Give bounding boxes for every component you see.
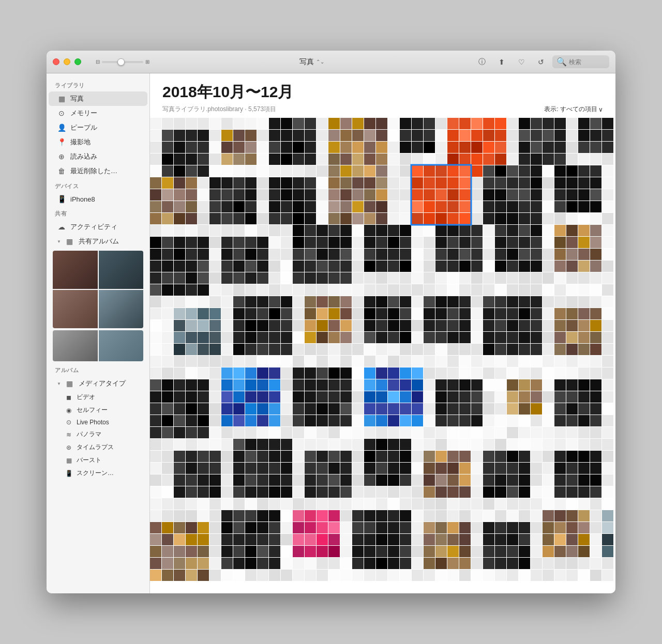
sidebar-item-activity[interactable]: ☁ アクティビティ: [49, 220, 147, 234]
photo-mosaic-grid[interactable]: [150, 118, 615, 583]
video-icon: ◼: [64, 394, 73, 401]
view-filter-label: 表示: すべての項目: [544, 105, 597, 114]
sidebar-item-recently-deleted-label: 最近削除した…: [70, 166, 117, 176]
memories-icon: ⊙: [57, 109, 66, 117]
shared-albums-icon: ▦: [65, 237, 74, 246]
sidebar-item-imports-label: 読み込み: [70, 152, 97, 161]
titlebar-center: 写真 ⌃⌄: [154, 57, 470, 67]
shared-thumb-3: [53, 290, 98, 328]
photos-icon: ▦: [57, 95, 66, 103]
sidebar-item-people[interactable]: 👤 ピープル: [49, 120, 147, 135]
sidebar-item-imports[interactable]: ⊕ 読み込み: [49, 149, 147, 164]
title-dropdown[interactable]: 写真 ⌃⌄: [299, 57, 324, 67]
info-button[interactable]: ⓘ: [474, 55, 490, 69]
albums-section-header: アルバム: [47, 362, 149, 376]
search-input[interactable]: [569, 58, 605, 66]
app-window: ⊟ ⊞ 写真 ⌃⌄ ⓘ ⬆ ♡ ↺ 🔍 ライブラリ: [47, 51, 615, 593]
sidebar-item-photos[interactable]: ▦ 写真: [49, 91, 147, 106]
zoom-out-icon: ⊟: [96, 59, 100, 65]
sidebar-item-panorama-label: パノラマ: [77, 430, 101, 439]
sidebar-item-selfie-label: セルフィー: [77, 406, 108, 415]
trash-icon: 🗑: [57, 167, 66, 175]
main-layout: ライブラリ ▦ 写真 ⊙ メモリー 👤 ピープル 📍 撮影地 ⊕ 読み込み: [47, 73, 615, 593]
maximize-button[interactable]: [74, 58, 81, 65]
zoom-slider[interactable]: [102, 61, 143, 63]
minimize-button[interactable]: [64, 58, 70, 65]
sidebar-item-timelapse-label: タイムラプス: [77, 443, 114, 452]
sidebar-item-iphone8-label: iPhone8: [70, 195, 95, 203]
view-filter-chevron-icon: ∨: [598, 106, 603, 113]
titlebar-actions: ⓘ ⬆ ♡ ↺ 🔍: [474, 55, 609, 69]
selfie-icon: ◉: [64, 407, 73, 414]
shared-thumb-2: [99, 251, 144, 289]
shared-thumb-1: [53, 251, 98, 289]
sidebar-item-video[interactable]: ◼ ビデオ: [49, 391, 147, 404]
sidebar-item-burst-label: バースト: [77, 456, 101, 465]
sidebar-item-recently-deleted[interactable]: 🗑 最近削除した…: [49, 164, 147, 178]
sidebar-item-memories-label: メモリー: [70, 109, 97, 118]
sidebar-item-shared-albums[interactable]: ▼ ▦ 共有アルバム: [49, 234, 147, 249]
library-info: 写真ライブラリ.photoslibrary · 5,573項目: [162, 105, 276, 114]
zoom-slider-thumb[interactable]: [117, 58, 125, 66]
sidebar-item-burst[interactable]: ▦ バースト: [49, 454, 147, 467]
expand-triangle-icon-2: ▼: [57, 381, 61, 386]
sidebar-item-people-label: ピープル: [70, 123, 97, 132]
sidebar-item-places[interactable]: 📍 撮影地: [49, 135, 147, 149]
sidebar-item-shared-albums-label: 共有アルバム: [79, 237, 119, 246]
imports-icon: ⊕: [57, 152, 66, 161]
expand-triangle-icon: ▼: [57, 239, 61, 244]
screenshot-icon: 📱: [64, 470, 73, 477]
sidebar-item-live-photos-label: Live Photos: [77, 419, 109, 426]
shared-album-preview[interactable]: [53, 251, 143, 328]
shared-thumb-5: [53, 330, 98, 361]
title-chevron-icon: ⌃⌄: [316, 59, 324, 65]
sidebar-item-screenshot[interactable]: 📱 スクリーン…: [49, 467, 147, 480]
sidebar-item-screenshot-label: スクリーン…: [77, 469, 114, 478]
timelapse-icon: ⊛: [64, 444, 73, 451]
sidebar-item-selfie[interactable]: ◉ セルフィー: [49, 404, 147, 417]
close-button[interactable]: [53, 58, 59, 65]
search-icon: 🔍: [556, 57, 567, 67]
title-text: 写真: [299, 57, 314, 67]
places-icon: 📍: [57, 138, 66, 146]
content-header: 2018年10月〜12月 写真ライブラリ.photoslibrary · 5,5…: [150, 73, 615, 118]
rotate-button[interactable]: ↺: [533, 55, 549, 69]
sidebar-item-media-type[interactable]: ▼ ▦ メディアタイプ: [49, 376, 147, 391]
sidebar-item-memories[interactable]: ⊙ メモリー: [49, 106, 147, 120]
shared-thumb-4: [99, 290, 144, 328]
devices-section-header: デバイス: [47, 178, 149, 192]
activity-icon: ☁: [57, 223, 66, 231]
zoom-in-icon: ⊞: [145, 59, 149, 65]
page-title: 2018年10月〜12月: [162, 82, 603, 103]
live-photos-icon: ⊙: [64, 419, 73, 426]
sidebar-item-panorama[interactable]: ≋ パノラマ: [49, 428, 147, 441]
favorite-button[interactable]: ♡: [513, 55, 530, 69]
sidebar-item-live-photos[interactable]: ⊙ Live Photos: [49, 417, 147, 428]
sidebar-item-activity-label: アクティビティ: [70, 222, 117, 232]
panorama-icon: ≋: [64, 431, 73, 438]
sidebar-item-video-label: ビデオ: [77, 393, 95, 402]
shared-thumb-6: [99, 330, 144, 361]
media-type-icon: ▦: [65, 379, 74, 388]
content-area: 2018年10月〜12月 写真ライブラリ.photoslibrary · 5,5…: [150, 73, 615, 593]
view-filter-dropdown[interactable]: 表示: すべての項目 ∨: [544, 105, 603, 114]
search-bar[interactable]: 🔍: [552, 55, 609, 68]
sidebar-item-media-type-label: メディアタイプ: [79, 379, 126, 388]
library-section-header: ライブラリ: [47, 78, 149, 91]
photo-grid-container[interactable]: [150, 118, 615, 593]
iphone-icon: 📱: [57, 195, 66, 203]
zoom-slider-group: ⊟ ⊞: [96, 59, 149, 65]
content-subtitle-bar: 写真ライブラリ.photoslibrary · 5,573項目 表示: すべての…: [162, 105, 603, 114]
sidebar-item-timelapse[interactable]: ⊛ タイムラプス: [49, 441, 147, 454]
shared-section-header: 共有: [47, 206, 149, 220]
titlebar: ⊟ ⊞ 写真 ⌃⌄ ⓘ ⬆ ♡ ↺ 🔍: [47, 51, 615, 73]
sidebar: ライブラリ ▦ 写真 ⊙ メモリー 👤 ピープル 📍 撮影地 ⊕ 読み込み: [47, 73, 150, 593]
sidebar-item-iphone8[interactable]: 📱 iPhone8: [49, 192, 147, 206]
share-button[interactable]: ⬆: [493, 55, 510, 69]
sidebar-item-photos-label: 写真: [70, 94, 84, 103]
traffic-lights: [53, 58, 81, 65]
people-icon: 👤: [57, 124, 66, 132]
shared-album-preview-2[interactable]: [53, 330, 143, 361]
sidebar-item-places-label: 撮影地: [70, 137, 91, 147]
burst-icon: ▦: [64, 457, 73, 464]
